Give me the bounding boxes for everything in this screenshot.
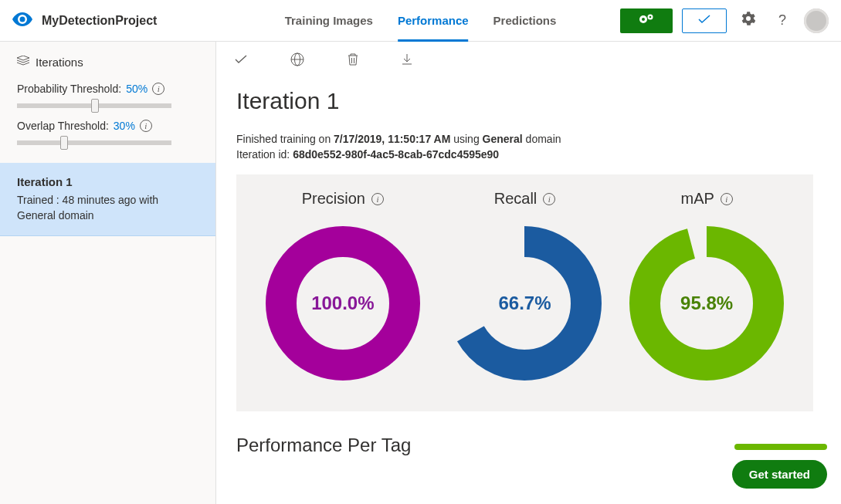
metric-map: mAP i 95.8% (629, 190, 784, 381)
publish-button[interactable] (235, 54, 247, 66)
main-panel: Iteration 1 Finished training on 7/17/20… (216, 42, 841, 504)
recall-label: Recall (494, 190, 537, 208)
prob-threshold-label: Probability Threshold: (17, 83, 121, 95)
trash-icon (348, 53, 358, 66)
avatar[interactable] (804, 8, 829, 33)
probability-threshold-control: Probability Threshold: 50% i (0, 75, 215, 112)
get-started-button[interactable]: Get started (732, 460, 827, 489)
train-button[interactable] (620, 8, 673, 33)
tab-predictions[interactable]: Predictions (493, 0, 557, 42)
iteration-item-title: Iteration 1 (17, 175, 198, 188)
performance-per-tag-heading: Performance Per Tag (236, 435, 813, 456)
info-icon[interactable]: i (140, 120, 152, 132)
iteration-id-line: Iteration id: 68d0e552-980f-4ac5-8cab-67… (236, 148, 813, 161)
overlap-threshold-label: Overlap Threshold: (17, 120, 109, 132)
sidebar: Iterations Probability Threshold: 50% i … (0, 42, 216, 504)
precision-label: Precision (302, 190, 365, 208)
decorative-strip (734, 444, 827, 450)
svg-point-3 (649, 16, 652, 19)
iterations-label: Iterations (36, 56, 83, 69)
iteration-toolbar (216, 42, 841, 79)
info-icon[interactable]: i (543, 193, 555, 205)
recall-donut-chart: 66.7% (447, 226, 602, 381)
tab-training-images[interactable]: Training Images (285, 0, 373, 42)
overlap-threshold-control: Overlap Threshold: 30% i (0, 112, 215, 149)
layers-icon (17, 56, 29, 69)
info-icon[interactable]: i (152, 83, 164, 95)
quick-test-button[interactable] (682, 8, 727, 33)
gears-icon (638, 13, 655, 28)
delete-button[interactable] (348, 53, 358, 68)
prediction-url-button[interactable] (290, 52, 304, 69)
sidebar-iteration-item[interactable]: Iteration 1 Trained : 48 minutes ago wit… (0, 163, 215, 236)
download-icon (402, 53, 412, 66)
recall-value: 66.7% (447, 226, 602, 381)
overlap-threshold-value: 30% (114, 120, 135, 132)
metrics-panel: Precision i 100.0% Recall i (236, 174, 813, 411)
iteration-heading: Iteration 1 (236, 88, 813, 114)
overlap-threshold-slider[interactable] (17, 137, 171, 149)
app-header: MyDetectionProject Training Images Perfo… (0, 0, 841, 42)
gear-icon (741, 12, 755, 29)
metric-precision: Precision i 100.0% (266, 190, 420, 381)
globe-icon (290, 52, 304, 66)
prob-threshold-value: 50% (126, 83, 148, 95)
precision-value: 100.0% (266, 226, 420, 381)
settings-button[interactable] (736, 8, 761, 33)
metric-recall: Recall i 66.7% (447, 190, 602, 381)
export-button[interactable] (402, 53, 412, 68)
iterations-heading: Iterations (17, 56, 198, 69)
map-label: mAP (680, 190, 714, 208)
check-icon (698, 15, 710, 26)
precision-donut-chart: 100.0% (266, 226, 420, 381)
project-title: MyDetectionProject (42, 14, 157, 28)
info-icon[interactable]: i (371, 193, 384, 205)
main-tabs: Training Images Performance Predictions (285, 0, 557, 42)
question-icon: ? (778, 12, 786, 29)
tab-performance[interactable]: Performance (398, 0, 469, 42)
help-button[interactable]: ? (770, 8, 795, 33)
map-value: 95.8% (629, 226, 784, 381)
prob-threshold-slider[interactable] (17, 100, 171, 112)
info-icon[interactable]: i (721, 193, 733, 205)
iteration-item-subtitle: Trained : 48 minutes ago with General do… (17, 193, 198, 223)
svg-point-2 (642, 18, 645, 21)
training-finished-line: Finished training on 7/17/2019, 11:50:17… (236, 133, 813, 145)
check-icon (235, 55, 247, 64)
map-donut-chart: 95.8% (629, 226, 784, 381)
app-logo-icon (12, 12, 32, 29)
